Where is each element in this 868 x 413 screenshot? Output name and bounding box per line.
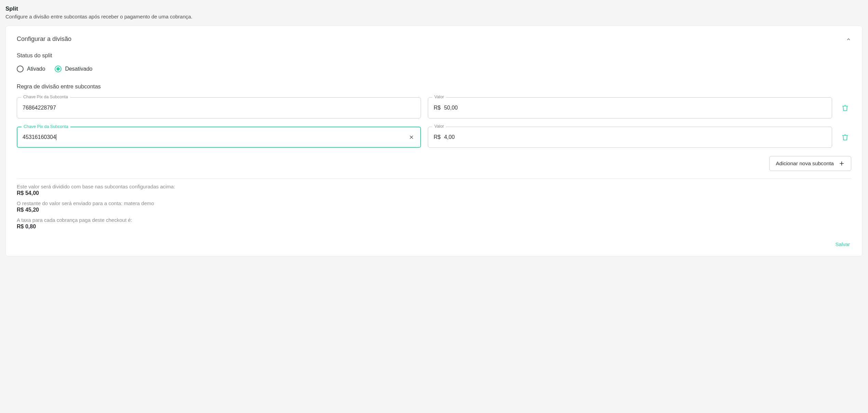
status-radios: Ativado Desativado	[17, 66, 851, 72]
pix-field-label: Chave Pix da Subconta	[22, 124, 70, 129]
valor-field-label: Valor	[432, 95, 446, 99]
split-card: Configurar a divisão Status do split Ati…	[5, 26, 863, 256]
clear-input-button[interactable]	[408, 133, 415, 141]
pix-input[interactable]	[23, 105, 415, 111]
valor-field: Valor R$	[428, 127, 832, 148]
page-title: Split	[5, 5, 863, 12]
pix-input[interactable]: 45316160304	[23, 134, 56, 140]
trash-icon	[842, 133, 849, 141]
rule-label: Regra de divisão entre subcontas	[17, 83, 851, 90]
summary-fee-value: R$ 0,80	[17, 224, 851, 230]
card-header: Configurar a divisão	[17, 35, 851, 43]
add-row: Adicionar nova subconta	[17, 156, 851, 171]
valor-field: Valor R$	[428, 97, 832, 118]
divider	[17, 179, 851, 179]
status-label: Status do split	[17, 52, 851, 59]
add-subaccount-label: Adicionar nova subconta	[776, 160, 834, 167]
summary-fee-label: A taxa para cada cobrança paga deste che…	[17, 217, 851, 223]
radio-circle-icon	[17, 66, 24, 72]
trash-icon	[842, 104, 849, 112]
plus-icon	[839, 160, 845, 167]
pix-field: Chave Pix da Subconta 45316160304	[17, 127, 421, 148]
subaccount-row: Chave Pix da Subconta Valor R$	[17, 97, 851, 118]
currency-prefix: R$	[434, 134, 440, 140]
summary-remaining-value: R$ 45,20	[17, 207, 851, 213]
pix-field-label: Chave Pix da Subconta	[21, 95, 70, 99]
radio-ativado[interactable]: Ativado	[17, 66, 45, 72]
radio-ativado-label: Ativado	[27, 66, 45, 72]
valor-input[interactable]	[444, 105, 826, 111]
radio-circle-selected-icon	[55, 66, 62, 72]
radio-desativado-label: Desativado	[65, 66, 92, 72]
delete-row-button[interactable]	[839, 131, 851, 143]
card-footer: Salvar	[17, 239, 851, 249]
close-icon	[409, 134, 414, 140]
currency-prefix: R$	[434, 105, 440, 111]
pix-field: Chave Pix da Subconta	[17, 97, 421, 118]
valor-field-label: Valor	[432, 124, 446, 129]
valor-input[interactable]	[444, 134, 826, 140]
add-subaccount-button[interactable]: Adicionar nova subconta	[769, 156, 851, 171]
summary-divided-label: Este valor será dividido com base nas su…	[17, 184, 851, 189]
subaccount-row: Chave Pix da Subconta 45316160304 Valor …	[17, 127, 851, 148]
summary-divided-value: R$ 54,00	[17, 190, 851, 196]
page-subtitle: Configure a divisão entre subcontas após…	[5, 14, 863, 19]
card-title: Configurar a divisão	[17, 35, 71, 43]
chevron-up-icon[interactable]	[846, 37, 851, 42]
summary-remaining-label: O restante do valor será enviado para a …	[17, 200, 851, 206]
radio-desativado[interactable]: Desativado	[55, 66, 92, 72]
delete-row-button[interactable]	[839, 102, 851, 114]
save-button[interactable]: Salvar	[834, 239, 851, 249]
